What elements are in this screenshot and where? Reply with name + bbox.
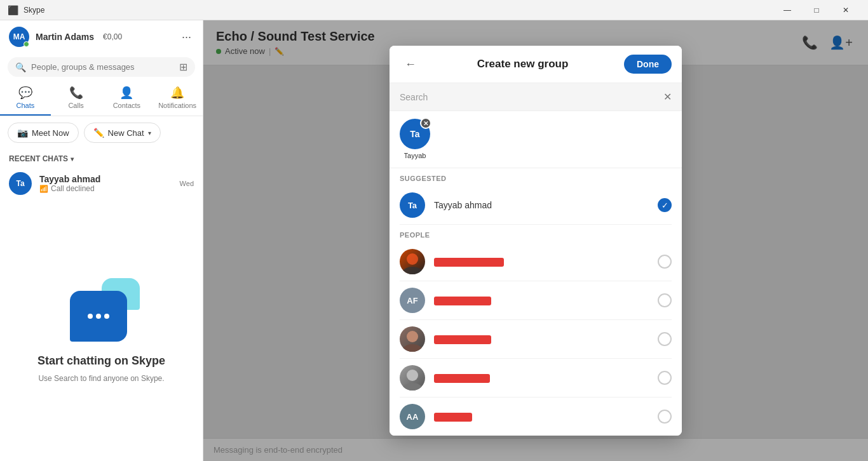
contact-avatar-1 (400, 249, 425, 274)
contact-name-redacted-3 (434, 334, 649, 344)
big-bubble (70, 291, 127, 342)
contact-avatar-ta: Ta (400, 192, 425, 218)
more-options-button[interactable]: ··· (179, 28, 194, 46)
tab-chats[interactable]: 💬 Chats (0, 81, 51, 116)
wifi-icon: 📶 (39, 185, 48, 193)
new-chat-label: New Chat (108, 128, 144, 138)
modal-title: Create new group (421, 58, 624, 70)
modal-search-input[interactable] (400, 92, 657, 102)
tab-chats-label: Chats (17, 102, 35, 109)
contact-checkbox-checked[interactable]: ✓ (658, 198, 672, 212)
meet-now-icon: 📷 (17, 128, 28, 138)
contact-row[interactable] (390, 359, 682, 397)
suggested-label: SUGGESTED (390, 168, 682, 186)
online-indicator (24, 41, 29, 47)
contact-row[interactable] (390, 243, 682, 281)
tab-notifications[interactable]: 🔔 Notifications (152, 81, 203, 116)
profile-balance: €0,00 (103, 32, 122, 41)
selected-contact: Ta ✕ Tayyab (400, 119, 430, 160)
contact-checkbox-5[interactable] (658, 410, 672, 424)
new-chat-button[interactable]: ✏️ New Chat ▾ (84, 123, 161, 143)
contact-avatar-af: AF (400, 288, 425, 313)
contact-avatar-aa: AA (400, 404, 425, 429)
people-label: PEOPLE (390, 225, 682, 243)
modal-header: ← Create new group Done (390, 46, 682, 83)
main-content: Echo / Sound Test Service Active now | ✏… (203, 20, 868, 461)
svg-point-1 (402, 267, 423, 274)
grid-icon[interactable]: ⊞ (179, 61, 187, 73)
contact-row[interactable] (390, 320, 682, 358)
profile-area: MA Martin Adams €0,00 ··· (0, 20, 203, 53)
modal-clear-button[interactable]: ✕ (663, 91, 672, 103)
contact-checkbox-4[interactable] (658, 371, 672, 385)
svg-point-0 (407, 253, 418, 265)
svg-point-4 (407, 370, 418, 381)
remove-contact-button[interactable]: ✕ (420, 117, 431, 129)
calls-icon: 📞 (69, 86, 83, 100)
contact-name-redacted-4 (434, 373, 649, 383)
chat-time: Wed (180, 180, 194, 187)
recent-chats-label: RECENT CHATS ▾ (0, 149, 203, 166)
new-chat-icon: ✏️ (93, 128, 104, 138)
app-body: MA Martin Adams €0,00 ··· 🔍 ⊞ 💬 Chats (0, 20, 868, 461)
tab-contacts[interactable]: 👤 Contacts (102, 81, 153, 116)
modal-overlay: ← Create new group Done ✕ Ta ✕ (203, 20, 868, 461)
contact-name: Tayyab ahmad (434, 200, 649, 210)
close-button[interactable]: ✕ (831, 0, 860, 20)
dropdown-icon: ▾ (148, 130, 151, 137)
search-input[interactable] (31, 62, 174, 72)
sidebar: MA Martin Adams €0,00 ··· 🔍 ⊞ 💬 Chats (0, 20, 203, 461)
contact-checkbox-2[interactable] (658, 293, 672, 307)
create-group-modal: ← Create new group Done ✕ Ta ✕ (390, 46, 682, 436)
profile-name: Martin Adams (36, 32, 94, 42)
nav-tabs: 💬 Chats 📞 Calls 👤 Contacts 🔔 Notificatio… (0, 81, 203, 116)
action-buttons: 📷 Meet Now ✏️ New Chat ▾ (0, 116, 203, 149)
illustration-area: Start chatting on Skype Use Search to fi… (0, 201, 203, 461)
chat-bubbles-illustration (64, 278, 140, 342)
chat-item[interactable]: Ta Tayyab ahmad 📶 Call declined Wed (0, 166, 203, 201)
minimize-button[interactable]: — (773, 0, 802, 20)
chat-info: Tayyab ahmad 📶 Call declined (39, 174, 172, 193)
profile-left: MA Martin Adams €0,00 (9, 27, 122, 47)
contact-checkbox-1[interactable] (658, 255, 672, 269)
contact-avatar-4 (400, 365, 425, 391)
avatar: MA (9, 27, 29, 47)
search-icon: 🔍 (15, 62, 26, 72)
chat-avatar: Ta (9, 172, 32, 195)
chats-icon: 💬 (18, 86, 32, 100)
contact-name-redacted-2 (434, 295, 649, 305)
contact-name-redacted-1 (434, 257, 649, 267)
modal-back-button[interactable]: ← (400, 55, 421, 74)
maximize-button[interactable]: □ (802, 0, 831, 20)
contact-row[interactable]: AF (390, 281, 682, 319)
chevron-down-icon: ▾ (71, 156, 74, 163)
illustration-desc: Use Search to find anyone on Skype. (38, 373, 164, 384)
modal-search-bar: ✕ (390, 83, 682, 111)
modal-done-button[interactable]: Done (624, 55, 672, 74)
contact-row[interactable]: AA (390, 398, 682, 436)
app-name: Skype (24, 6, 44, 15)
app-title: ⬛ Skype (8, 5, 44, 15)
skype-logo-icon: ⬛ (8, 5, 18, 15)
tab-notifications-label: Notifications (158, 102, 196, 109)
tab-calls[interactable]: 📞 Calls (51, 81, 102, 116)
tab-contacts-label: Contacts (113, 102, 140, 109)
contacts-icon: 👤 (119, 86, 133, 100)
meet-now-label: Meet Now (32, 128, 69, 138)
meet-now-button[interactable]: 📷 Meet Now (8, 123, 79, 143)
contact-avatar-3 (400, 326, 425, 352)
selected-contact-name: Tayyab (404, 152, 426, 159)
search-bar: 🔍 ⊞ (0, 53, 203, 81)
selected-contacts-area: Ta ✕ Tayyab (390, 111, 682, 168)
illustration-title: Start chatting on Skype (37, 354, 165, 368)
title-bar: ⬛ Skype — □ ✕ (0, 0, 868, 20)
svg-point-5 (402, 383, 423, 391)
notifications-icon: 🔔 (170, 86, 184, 100)
suggested-contact-row[interactable]: Ta Tayyab ahmad ✓ (390, 186, 682, 224)
modal-body: SUGGESTED Ta Tayyab ahmad ✓ PEOPLE (390, 168, 682, 436)
chat-name: Tayyab ahmad (39, 174, 172, 184)
tab-calls-label: Calls (68, 102, 83, 109)
contact-name-redacted-5 (434, 411, 649, 422)
contact-checkbox-3[interactable] (658, 332, 672, 346)
window-controls: — □ ✕ (773, 0, 860, 20)
